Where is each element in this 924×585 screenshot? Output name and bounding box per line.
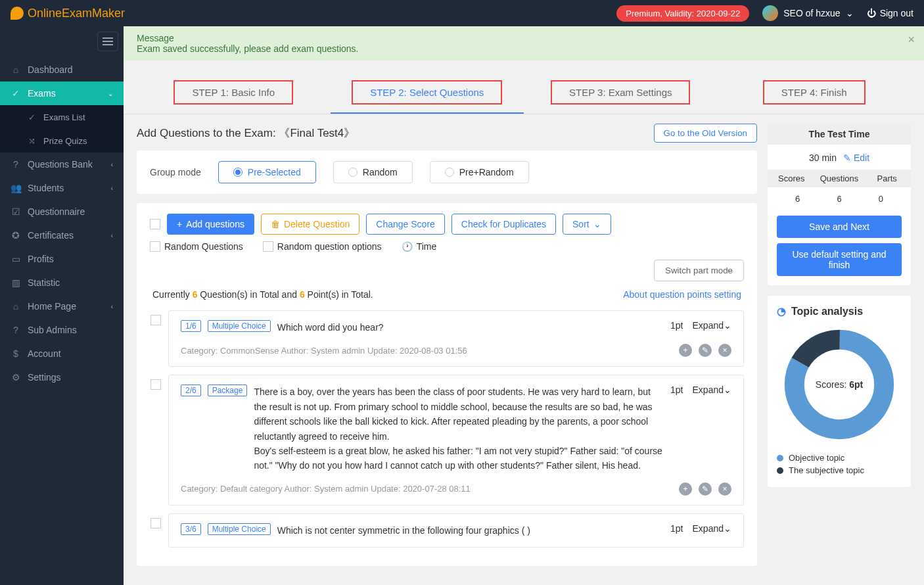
message-title: Message xyxy=(137,33,911,43)
question-meta: Category: CommonSense Author: System adm… xyxy=(181,346,467,356)
step-label: STEP 3: Exam Settings xyxy=(569,87,672,98)
nav-label: Home Page xyxy=(28,301,76,312)
nav-questionnaire[interactable]: ☑ Questionnaire xyxy=(0,200,124,223)
topbar: OnlineExamMaker Premium, Validity: 2020-… xyxy=(0,0,924,26)
chevron-left-icon: ‹ xyxy=(111,303,113,310)
nav-exams[interactable]: ✓ Exams ⌄ xyxy=(0,82,124,105)
nav-dashboard[interactable]: ⌂ Dashboard xyxy=(0,58,124,82)
use-default-button[interactable]: Use default setting and finish xyxy=(777,243,902,276)
check-duplicates-button[interactable]: Check for Duplicates xyxy=(451,214,556,235)
chevron-down-icon: ⌄ xyxy=(724,523,731,534)
edit-icon[interactable]: ✎ xyxy=(699,482,712,496)
nav-students[interactable]: 👥 Students ‹ xyxy=(0,176,124,200)
random-options-checkbox[interactable]: Random question options xyxy=(263,241,382,252)
dollar-icon: $ xyxy=(11,348,21,359)
expand-toggle[interactable]: Expand⌄ xyxy=(693,523,731,534)
old-version-button[interactable]: Go to the Old Version xyxy=(654,124,757,143)
question-points: 1pt xyxy=(670,523,683,534)
delete-icon[interactable]: × xyxy=(718,482,731,496)
nav-account[interactable]: $ Account xyxy=(0,342,124,365)
change-score-button[interactable]: Change Score xyxy=(366,214,445,235)
select-all-checkbox[interactable] xyxy=(150,219,160,229)
question-checkbox[interactable] xyxy=(150,518,161,528)
add-icon[interactable]: + xyxy=(679,482,692,496)
questions-card: + Add questions 🗑 Delete Question Change… xyxy=(137,203,757,566)
card-icon: ▭ xyxy=(11,254,21,264)
page-title: Add Questions to the Exam: 《Final Test4》 xyxy=(137,126,355,141)
nav-label: Prize Quizs xyxy=(43,136,87,146)
summary-text: Currently 6 Question(s) in Total and 6 P… xyxy=(152,289,373,300)
question-checkbox[interactable] xyxy=(150,315,161,325)
time-option[interactable]: 🕐Time xyxy=(402,241,437,252)
power-icon: ⏻ xyxy=(867,8,876,18)
nav-label: Account xyxy=(28,348,61,359)
nav-home-page[interactable]: ⌂ Home Page ‹ xyxy=(0,294,124,318)
save-next-button[interactable]: Save and Next xyxy=(777,216,902,238)
step-label: STEP 2: Select Questions xyxy=(370,87,484,98)
sort-button[interactable]: Sort ⌄ xyxy=(563,214,611,235)
question-points: 1pt xyxy=(670,320,683,331)
random-questions-checkbox[interactable]: Random Questions xyxy=(150,241,243,252)
nav-label: Statistic xyxy=(28,277,60,288)
radio-random[interactable]: Random xyxy=(333,161,413,183)
sidebar-toggle[interactable] xyxy=(97,32,118,51)
premium-badge[interactable]: Premium, Validity: 2020-09-22 xyxy=(616,5,749,22)
nav-label: Settings xyxy=(28,372,61,383)
radio-label: Random xyxy=(363,167,398,177)
nav-prize-quizs[interactable]: ⤭ Prize Quizs xyxy=(0,129,124,152)
question-type: Multiple Choice xyxy=(208,320,271,332)
chevron-down-icon: ⌄ xyxy=(724,320,731,331)
edit-time-link[interactable]: ✎ Edit xyxy=(843,152,869,163)
nav-settings[interactable]: ⚙ Settings xyxy=(0,365,124,389)
delete-icon[interactable]: × xyxy=(718,344,731,357)
expand-toggle[interactable]: Expand⌄ xyxy=(693,320,731,331)
donut-chart: Scores: 6pt xyxy=(780,325,898,444)
edit-icon[interactable]: ✎ xyxy=(699,344,712,357)
legend-label: Objective topic xyxy=(789,453,844,463)
btn-label: Delete Question xyxy=(284,219,350,229)
steps: STEP 1: Basic Info STEP 2: Select Questi… xyxy=(124,60,924,114)
radio-icon xyxy=(348,168,358,177)
nav: ⌂ Dashboard ✓ Exams ⌄ ✓ Exams List ⤭ Pri… xyxy=(0,58,124,389)
nav-label: Profits xyxy=(28,254,54,264)
question-checkbox[interactable] xyxy=(150,379,161,390)
shuffle-icon: ⤭ xyxy=(26,135,37,146)
expand-toggle[interactable]: Expand⌄ xyxy=(693,385,731,395)
stats-parts: 0 xyxy=(860,194,902,204)
badge-icon: ✪ xyxy=(11,230,21,241)
nav-certificates[interactable]: ✪ Certificates ‹ xyxy=(0,223,124,247)
radio-pre-selected[interactable]: Pre-Selected xyxy=(218,161,316,183)
switch-part-mode-button[interactable]: Switch part mode xyxy=(654,260,744,281)
message-bar: Message Exam saved successfully, please … xyxy=(124,26,924,60)
radio-pre-random[interactable]: Pre+Random xyxy=(430,161,529,183)
nav-label: Exams List xyxy=(43,112,85,122)
logo[interactable]: OnlineExamMaker xyxy=(11,7,125,20)
nav-questions-bank[interactable]: ? Questions Bank ‹ xyxy=(0,152,124,176)
about-points-link[interactable]: About question points setting xyxy=(623,289,741,300)
check-icon: ✓ xyxy=(26,112,37,122)
panel-title: The Test Time xyxy=(768,124,911,145)
signout-button[interactable]: ⏻ Sign out xyxy=(867,8,913,18)
delete-question-button[interactable]: 🗑 Delete Question xyxy=(261,214,359,235)
add-icon[interactable]: + xyxy=(679,344,692,357)
step-finish[interactable]: STEP 4: Finish xyxy=(718,72,912,114)
chevron-left-icon: ‹ xyxy=(111,232,113,239)
chevron-down-icon: ⌄ xyxy=(108,90,113,97)
nav-sub-admins[interactable]: ? Sub Admins xyxy=(0,318,124,342)
step-basic-info[interactable]: STEP 1: Basic Info xyxy=(137,72,331,114)
nav-statistic[interactable]: ▥ Statistic xyxy=(0,271,124,294)
question-item: 1/6 Multiple Choice Which word did you h… xyxy=(168,310,744,367)
user-menu[interactable]: SEO of hzxue ⌄ xyxy=(762,5,853,21)
step-label: STEP 4: Finish xyxy=(781,87,847,98)
plus-icon: + xyxy=(177,219,182,229)
step-select-questions[interactable]: STEP 2: Select Questions xyxy=(331,72,524,114)
step-exam-settings[interactable]: STEP 3: Exam Settings xyxy=(524,72,718,114)
close-icon[interactable]: × xyxy=(908,33,915,47)
nav-exams-list[interactable]: ✓ Exams List xyxy=(0,105,124,129)
question-index: 1/6 xyxy=(181,320,201,332)
add-questions-button[interactable]: + Add questions xyxy=(167,214,254,235)
avatar xyxy=(762,5,778,21)
question-points: 1pt xyxy=(670,385,683,395)
nav-label: Certificates xyxy=(28,230,74,241)
nav-profits[interactable]: ▭ Profits xyxy=(0,247,124,271)
